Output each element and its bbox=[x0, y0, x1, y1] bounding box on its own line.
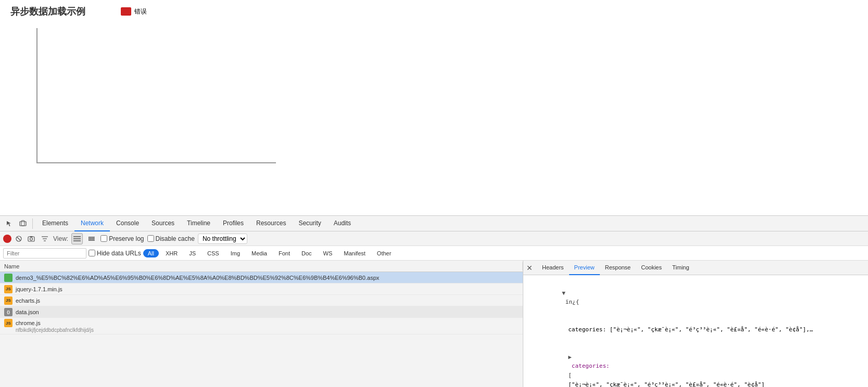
tab-timeline[interactable]: Timeline bbox=[181, 216, 217, 231]
filter-bar: Hide data URLs All XHR JS CSS Img Media … bbox=[0, 246, 868, 261]
table-row[interactable]: {} data.json bbox=[0, 306, 523, 318]
network-toolbar: View: Preserve log Di bbox=[0, 231, 868, 246]
hide-data-urls-checkbox[interactable] bbox=[89, 250, 95, 256]
svg-rect-4 bbox=[28, 237, 34, 241]
row-name: demo3_%E5%BC%82%E6%AD%A5%E6%95%B0%E6%8D%… bbox=[16, 275, 379, 281]
filter-doc-btn[interactable]: Doc bbox=[297, 249, 317, 257]
disable-cache-checkbox[interactable] bbox=[147, 235, 154, 242]
detail-tabs: ✕ Headers Preview Response Cookies Timin… bbox=[523, 261, 868, 275]
file-icon-js2: JS bbox=[4, 296, 12, 305]
file-icon-json: {} bbox=[4, 308, 12, 316]
devtools-content: Name demo3_%E5%BC%82%E6%AD%A5%E6%95%B0%E… bbox=[0, 261, 868, 387]
json-line1: categories: ["è¡¬è¡«", "çkæ¯è¡«", "é³ç³³… bbox=[527, 316, 864, 343]
table-row[interactable]: JS jquery-1.7.1.min.js bbox=[0, 283, 523, 295]
row-subpath: nfbikdkjfjcejddbdcpbafnclkfdhijd/js bbox=[4, 327, 519, 333]
preserve-log-checkbox[interactable] bbox=[100, 235, 107, 242]
tab-console[interactable]: Console bbox=[110, 216, 145, 231]
detail-tab-cookies[interactable]: Cookies bbox=[636, 261, 667, 275]
devtools-toolbar: Elements Network Console Sources Timelin… bbox=[0, 216, 868, 231]
json-categories-line: ▶ categories: [ ["è¡¬è¡«", "çkæ¯è¡«", "é… bbox=[527, 343, 864, 387]
filter-ws-btn[interactable]: WS bbox=[319, 249, 337, 257]
devtools-panel: Elements Network Console Sources Timelin… bbox=[0, 215, 868, 387]
disable-cache-label[interactable]: Disable cache bbox=[147, 235, 195, 242]
svg-rect-0 bbox=[20, 222, 26, 226]
detail-content: ▼ ïn¿{ categories: ["è¡¬è¡«", "çkæ¯è¡«",… bbox=[523, 275, 868, 387]
row-name: data.json bbox=[16, 309, 39, 315]
svg-line-3 bbox=[17, 237, 20, 240]
row-name: echarts.js bbox=[16, 298, 40, 304]
network-list-header: Name bbox=[0, 261, 523, 272]
detail-close-btn[interactable]: ✕ bbox=[524, 263, 535, 273]
svg-rect-20 bbox=[6, 275, 11, 280]
table-row[interactable]: JS echarts.js bbox=[0, 295, 523, 306]
detail-tab-response[interactable]: Response bbox=[600, 261, 636, 275]
filter-other-btn[interactable]: Other bbox=[372, 249, 396, 257]
network-list: Name demo3_%E5%BC%82%E6%AD%A5%E6%95%B0%E… bbox=[0, 261, 523, 387]
json-root-expand[interactable]: ▼ bbox=[562, 290, 565, 296]
json-categories-expand[interactable]: ▶ bbox=[568, 354, 572, 360]
list-view-btn[interactable] bbox=[71, 233, 83, 244]
tab-profiles[interactable]: Profiles bbox=[217, 216, 250, 231]
filter-css-btn[interactable]: CSS bbox=[203, 249, 224, 257]
filter-manifest-btn[interactable]: Manifest bbox=[339, 249, 370, 257]
detail-tab-preview[interactable]: Preview bbox=[569, 261, 600, 275]
tab-resources[interactable]: Resources bbox=[250, 216, 292, 231]
filter-button[interactable] bbox=[40, 234, 50, 244]
filter-input[interactable] bbox=[3, 248, 86, 259]
filter-font-btn[interactable]: Font bbox=[274, 249, 295, 257]
camera-button[interactable] bbox=[26, 234, 36, 244]
page-title: 异步数据加载示例 bbox=[10, 5, 85, 18]
loading-indicator: 错误 bbox=[121, 7, 147, 16]
filter-all-btn[interactable]: All bbox=[143, 249, 159, 257]
table-row[interactable]: JS chrome.js nfbikdkjfjcejddbdcpbafnclkf… bbox=[0, 318, 523, 334]
tab-elements[interactable]: Elements bbox=[36, 216, 74, 231]
loading-text: 错误 bbox=[134, 7, 147, 16]
preserve-log-label[interactable]: Preserve log bbox=[100, 235, 144, 242]
window-icon-btn[interactable] bbox=[17, 217, 29, 230]
detail-panel: ✕ Headers Preview Response Cookies Timin… bbox=[523, 261, 868, 387]
json-root-line: ▼ ïn¿{ bbox=[527, 279, 864, 316]
grid-view-btn[interactable] bbox=[86, 233, 97, 244]
main-page: 异步数据加载示例 错误 bbox=[0, 0, 868, 218]
svg-rect-6 bbox=[30, 236, 33, 237]
svg-point-5 bbox=[30, 238, 33, 240]
filter-xhr-btn[interactable]: XHR bbox=[161, 249, 182, 257]
tab-network[interactable]: Network bbox=[74, 216, 110, 231]
throttle-select[interactable]: No throttling bbox=[198, 234, 247, 244]
tab-audits[interactable]: Audits bbox=[328, 216, 357, 231]
filter-js-btn[interactable]: JS bbox=[184, 249, 200, 257]
devtools-tabs: Elements Network Console Sources Timelin… bbox=[36, 216, 357, 231]
file-icon-js: JS bbox=[4, 285, 12, 293]
network-rows: demo3_%E5%BC%82%E6%AD%A5%E6%95%B0%E6%8D%… bbox=[0, 272, 523, 387]
name-header: Name bbox=[0, 262, 523, 270]
tab-sources[interactable]: Sources bbox=[145, 216, 181, 231]
filter-img-btn[interactable]: Img bbox=[226, 249, 245, 257]
file-icon-js3: JS bbox=[4, 319, 12, 327]
detail-tab-timing[interactable]: Timing bbox=[667, 261, 695, 275]
cursor-icon-btn[interactable] bbox=[3, 217, 16, 230]
toolbar-separator bbox=[32, 218, 33, 229]
filter-media-btn[interactable]: Media bbox=[247, 249, 272, 257]
row-name: chrome.js bbox=[16, 320, 41, 326]
tab-security[interactable]: Security bbox=[292, 216, 327, 231]
row-name: jquery-1.7.1.min.js bbox=[16, 286, 62, 292]
hide-data-urls-label[interactable]: Hide data URLs bbox=[89, 250, 141, 257]
detail-tab-headers[interactable]: Headers bbox=[537, 261, 569, 275]
table-row[interactable]: demo3_%E5%BC%82%E6%AD%A5%E6%95%B0%E6%8D%… bbox=[0, 272, 523, 283]
record-button[interactable] bbox=[3, 235, 11, 243]
stop-button[interactable] bbox=[15, 235, 23, 243]
file-icon-aspx bbox=[4, 274, 12, 282]
view-label: View: bbox=[53, 235, 68, 242]
loading-dot bbox=[121, 7, 131, 16]
chart-container bbox=[36, 28, 276, 163]
